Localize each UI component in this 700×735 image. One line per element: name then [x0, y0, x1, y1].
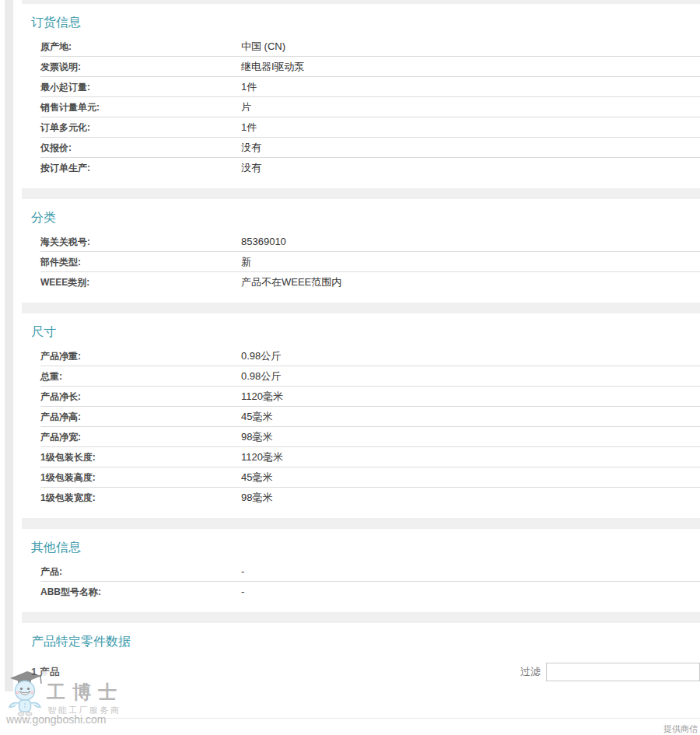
row-label: 按订单生产: [40, 163, 241, 173]
row-label: 产品: [40, 566, 241, 577]
row-label: 部件类型: [40, 257, 241, 268]
row-label: 产品净高: [40, 411, 241, 422]
row-label: 1级包装宽度: [40, 492, 241, 503]
row-value: 45毫米 [241, 411, 272, 422]
row-label: WEEE类别: [40, 277, 241, 288]
table-row: 销售计量单元: 片 [40, 97, 700, 117]
row-value: 1件 [241, 82, 257, 93]
left-page-strip [5, 0, 13, 691]
section-title-ordering: 订货信息 [31, 15, 700, 31]
row-value: - [241, 586, 244, 597]
section-other-info: 其他信息 产品: - ABB型号名称: - [22, 529, 700, 612]
row-value: 新 [241, 257, 251, 268]
row-label: 产品净长: [40, 391, 241, 402]
table-row: 发票说明: 继电器I驱动泵 [40, 57, 700, 77]
table-row: 产品净高: 45毫米 [40, 407, 700, 427]
watermark-url: www.gongboshi.com [6, 713, 106, 726]
section-title-classification: 分类 [31, 210, 700, 226]
table-row: WEEE类别: 产品不在WEEE范围内 [40, 272, 700, 292]
row-label: 原产地: [40, 41, 241, 52]
row-label: 1级包装高度: [40, 472, 241, 483]
table-row: 产品净长: 1120毫米 [40, 387, 700, 407]
ordering-rows: 原产地: 中国 (CN) 发票说明: 继电器I驱动泵 最小起订量: 1件 销售计… [40, 37, 700, 177]
table-row: 1级包装高度: 45毫米 [40, 467, 700, 488]
row-value: 98毫米 [241, 492, 272, 503]
row-label: 产品净宽: [40, 432, 241, 443]
classification-rows: 海关关税号: 85369010 部件类型: 新 WEEE类别: 产品不在WEEE… [40, 232, 700, 292]
row-label: 发票说明: [40, 61, 241, 72]
table-row: 部件类型: 新 [40, 252, 700, 272]
mascot-icon [6, 670, 44, 718]
filter-input[interactable] [546, 663, 700, 681]
section-title-product-parts: 产品特定零件数据 [31, 634, 700, 650]
row-label: 1级包装长度: [40, 452, 241, 463]
row-label: 销售计量单元: [40, 102, 241, 113]
table-row: ABB型号名称: - [40, 582, 700, 601]
table-row: 产品净重: 0.98公斤 [40, 346, 700, 366]
row-value: - [241, 566, 244, 577]
provider-info-link[interactable]: 提供商信 [663, 723, 698, 735]
gongboshi-watermark-logo: ® 工博士 智能工厂服务商 www.gongboshi.com [2, 669, 157, 731]
row-value: 没有 [241, 142, 261, 153]
table-row: 仅报价: 没有 [40, 138, 700, 158]
table-row: 1级包装宽度: 98毫米 [40, 488, 700, 507]
dimensions-rows: 产品净重: 0.98公斤 总重: 0.98公斤 产品净长: 1120毫米 产品净… [40, 346, 700, 507]
row-value: 0.98公斤 [241, 351, 281, 362]
row-label: 产品净重: [40, 351, 241, 362]
filter-label: 过滤 [520, 665, 541, 679]
table-row: 按订单生产: 没有 [40, 158, 700, 177]
filter-group: 过滤 [520, 663, 700, 681]
table-row: 海关关税号: 85369010 [40, 232, 700, 252]
row-value: 产品不在WEEE范围内 [241, 277, 341, 288]
row-value: 1120毫米 [241, 452, 283, 463]
row-label: 最小起订量: [40, 82, 241, 93]
section-ordering-info: 订货信息 原产地: 中国 (CN) 发票说明: 继电器I驱动泵 最小起订量: 1… [22, 4, 700, 188]
table-row: 产品净宽: 98毫米 [40, 427, 700, 447]
watermark-brand: 工博士 [47, 680, 124, 705]
other-info-rows: 产品: - ABB型号名称: - [40, 562, 700, 601]
table-row: 原产地: 中国 (CN) [40, 37, 700, 57]
table-row: 最小起订量: 1件 [40, 77, 700, 97]
row-value: 1120毫米 [241, 391, 283, 402]
row-value: 没有 [241, 163, 261, 173]
row-label: 订单多元化: [40, 122, 241, 133]
section-title-dimensions: 尺寸 [31, 324, 700, 341]
row-label: ABB型号名称: [40, 586, 241, 597]
row-label: 总重: [40, 371, 241, 382]
table-row: 1级包装长度: 1120毫米 [40, 447, 700, 467]
row-value: 0.98公斤 [241, 371, 281, 382]
section-title-other: 其他信息 [31, 540, 700, 556]
table-row: 产品: - [40, 562, 700, 582]
section-classification: 分类 海关关税号: 85369010 部件类型: 新 WEEE类别: 产品不在W… [22, 199, 700, 303]
product-detail-content: 订货信息 原产地: 中国 (CN) 发票说明: 继电器I驱动泵 最小起订量: 1… [22, 0, 700, 691]
row-value: 1件 [241, 122, 257, 133]
row-value: 片 [241, 102, 251, 113]
registered-mark: ® [42, 670, 47, 677]
row-value: 85369010 [241, 236, 286, 247]
row-value: 继电器I驱动泵 [241, 61, 305, 72]
row-value: 45毫米 [241, 472, 272, 483]
table-row: 总重: 0.98公斤 [40, 366, 700, 387]
row-label: 海关关税号: [40, 236, 241, 247]
row-label: 仅报价: [40, 142, 241, 153]
row-value: 中国 (CN) [241, 41, 285, 52]
section-dimensions: 尺寸 产品净重: 0.98公斤 总重: 0.98公斤 产品净长: 1120毫米 … [22, 313, 700, 518]
table-row: 订单多元化: 1件 [40, 117, 700, 138]
row-value: 98毫米 [241, 432, 272, 443]
